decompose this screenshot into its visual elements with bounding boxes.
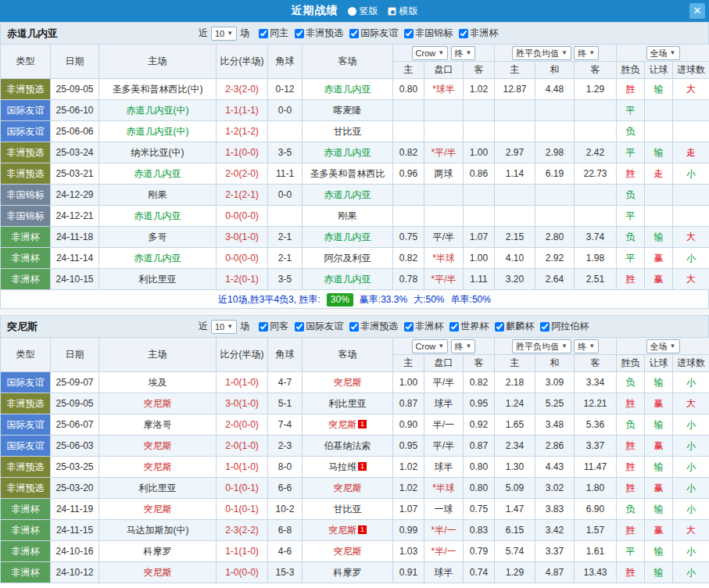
result-handicap: 走: [645, 163, 673, 185]
asian-away-odds: 0.83: [464, 520, 495, 541]
filter-阿拉伯杯[interactable]: 阿拉伯杯: [540, 320, 589, 333]
filter-checkbox[interactable]: [295, 29, 304, 38]
match-date: 24-12-21: [51, 206, 99, 227]
filter-checkbox[interactable]: [449, 322, 459, 332]
away-team: 赤道几内亚: [303, 269, 393, 290]
score: 1-0(1-0): [217, 457, 268, 478]
euro-home-odds: 3.20: [495, 269, 535, 290]
score: 2-0(0-0): [217, 414, 268, 436]
final-odds-select[interactable]: 终▼: [451, 46, 476, 60]
record-summary: 近10场,胜3平4负3, 胜率:30%赢率:33.3%大:50%单率:50%: [0, 290, 709, 309]
filter-非洲杯[interactable]: 非洲杯: [404, 320, 443, 333]
away-team: 赤道几内亚: [303, 79, 393, 100]
away-team: 喀麦隆: [303, 100, 393, 121]
scope-select[interactable]: 全场▼: [646, 339, 680, 353]
filter-checkbox[interactable]: [349, 29, 359, 38]
filter-checkbox[interactable]: [349, 322, 359, 332]
recent-count-select[interactable]: 10▼: [211, 320, 237, 334]
corners: 6-8: [268, 520, 303, 541]
chevron-down-icon: ▼: [589, 48, 595, 59]
asian-handicap: [424, 121, 464, 142]
result-wdl: 胜: [617, 520, 645, 541]
corners: 2-3: [268, 436, 303, 457]
wdl-average-select[interactable]: 胜平负均值▼: [512, 339, 571, 353]
euro-home-odds: 2.97: [495, 142, 535, 163]
filter-checkbox[interactable]: [295, 322, 304, 332]
home-team: 突尼斯: [99, 562, 217, 583]
final-euro-select[interactable]: 终▼: [574, 339, 599, 353]
asian-home-odds: [393, 206, 424, 227]
match-date: 25-06-06: [51, 121, 99, 142]
filter-世界杯[interactable]: 世界杯: [449, 320, 489, 333]
filter-checkbox[interactable]: [404, 322, 414, 332]
filter-同客[interactable]: 同客: [259, 320, 288, 333]
company-select[interactable]: Crow▼: [412, 339, 449, 353]
match-type-badge: 国际友谊: [1, 100, 51, 121]
chevron-down-icon: ▼: [438, 48, 444, 59]
radio-horizontal-layout[interactable]: 横版: [388, 5, 418, 18]
match-date: 24-12-29: [51, 185, 99, 206]
score: 1-2(1-2): [217, 121, 268, 142]
euro-away-odds: 1.98: [575, 248, 617, 269]
filter-checkbox[interactable]: [404, 29, 414, 38]
games-label: 场: [240, 27, 249, 40]
score: 1-1(1-0): [217, 541, 268, 562]
match-type-badge: 非洲预选: [1, 457, 51, 478]
dialog-title: 近期战绩: [292, 4, 338, 18]
filter-checkbox[interactable]: [495, 322, 504, 332]
wdl-average-select[interactable]: 胜平负均值▼: [512, 46, 571, 60]
radio-unselected-icon: [348, 7, 356, 16]
asian-handicap: 半/一: [424, 414, 464, 436]
result-goals: 大: [673, 79, 709, 100]
euro-away-odds: 5.36: [575, 414, 617, 436]
final-euro-select[interactable]: 终▼: [574, 46, 599, 60]
team-name: 科摩罗: [144, 546, 172, 557]
filter-checkbox[interactable]: [259, 29, 268, 38]
team-name: 埃及: [149, 377, 167, 388]
filter-非洲杯[interactable]: 非洲杯: [459, 27, 498, 40]
radio-vertical-layout[interactable]: 竖版: [348, 5, 378, 18]
asian-home-odds: 0.78: [393, 269, 424, 290]
filter-国际友谊[interactable]: 国际友谊: [295, 320, 343, 333]
match-date: 24-10-12: [51, 562, 99, 583]
euro-draw-odds: 2.80: [535, 227, 575, 248]
filter-同主[interactable]: 同主: [259, 27, 288, 40]
section-divider: [0, 309, 709, 315]
team-name: 赤道几内亚: [134, 210, 181, 221]
filter-非洲预选[interactable]: 非洲预选: [349, 320, 398, 333]
filter-checkbox[interactable]: [540, 322, 550, 332]
home-team: 利比里亚: [99, 269, 217, 290]
asian-handicap: *半球: [424, 248, 464, 269]
filter-国际友谊[interactable]: 国际友谊: [349, 27, 398, 40]
result-goals: 大: [673, 227, 709, 248]
asian-handicap: [424, 206, 464, 227]
chevron-down-icon: ▼: [227, 28, 233, 39]
away-team: 赤道几内亚: [303, 185, 393, 206]
match-row: 非洲杯24-10-15利比里亚1-2(0-1)3-5赤道几内亚0.78*平/半1…: [1, 269, 709, 290]
team-name: 伯基纳法索: [324, 440, 371, 451]
filter-非国锦标[interactable]: 非国锦标: [404, 27, 453, 40]
sub-odds-away: 客: [464, 355, 495, 372]
result-wdl: 平: [617, 206, 645, 227]
team-name: 赤道几内亚(中): [127, 105, 189, 116]
asian-away-odds: 0.92: [464, 414, 495, 436]
company-select[interactable]: Crow▼: [412, 46, 449, 60]
team-name: 突尼斯: [328, 525, 356, 536]
chevron-down-icon: ▼: [466, 341, 472, 352]
filter-非洲预选[interactable]: 非洲预选: [295, 27, 343, 40]
filter-checkbox[interactable]: [259, 322, 268, 332]
filter-checkbox[interactable]: [459, 29, 468, 38]
col-corner-header: 角球: [268, 338, 303, 372]
close-button[interactable]: ✕: [689, 3, 705, 19]
sub-euro-away: 客: [575, 355, 617, 372]
scope-select[interactable]: 全场▼: [646, 46, 680, 60]
recent-count-select[interactable]: 10▼: [211, 27, 237, 41]
sub-euro-home: 主: [495, 62, 535, 79]
final-odds-select[interactable]: 终▼: [451, 339, 476, 353]
euro-away-odds: [575, 100, 617, 121]
match-date: 24-11-15: [51, 520, 99, 541]
red-card-badge: 1: [358, 525, 367, 534]
asian-home-odds: 1.00: [393, 372, 424, 393]
score: 1-0(0-0): [217, 562, 268, 583]
filter-麒麟杯[interactable]: 麒麟杯: [495, 320, 534, 333]
